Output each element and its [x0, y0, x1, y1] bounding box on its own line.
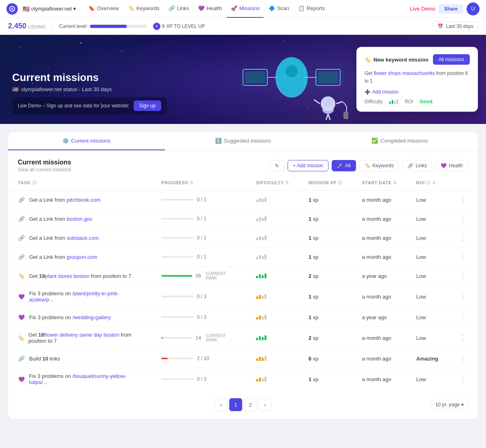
nav-missions[interactable]: 🚀Missions [227, 0, 264, 18]
roi-cell-7: Low [407, 327, 448, 349]
filter-all-label: All [345, 163, 350, 169]
xp-cell-0: 1 xp [299, 190, 352, 209]
keywords-filter-icon: 🏷️ [364, 163, 371, 169]
site-dropdown-icon: ▾ [73, 6, 76, 12]
diff-bar-4 [396, 99, 398, 104]
hero-demo-bar: Live Demo – Sign up and see data for you… [12, 97, 167, 114]
more-button-6[interactable]: ⋮ [458, 313, 468, 322]
filter-all-button[interactable]: 🚀 All [332, 160, 356, 171]
per-page-chevron: ▾ [461, 402, 464, 407]
col-task[interactable]: TASK ⓪ [8, 176, 151, 190]
task-link-4[interactable]: plant stores boston [45, 273, 90, 279]
task-link-0[interactable]: pitchbook.com [66, 197, 100, 203]
current-missions-tab-icon: ⚙️ [62, 138, 69, 144]
diff-bar-0-2 [262, 199, 264, 202]
nav-links[interactable]: 🔗Links [164, 0, 193, 18]
tab-suggested-missions[interactable]: ℹ️ Suggested missions [165, 132, 322, 150]
filter-keywords-button[interactable]: 🏷️ Keywords [359, 160, 399, 171]
avatar[interactable]: U [467, 2, 480, 15]
per-page-selector[interactable]: 10 pr. page ▾ [431, 400, 468, 410]
more-button-2[interactable]: ⋮ [458, 233, 468, 242]
diff-bar-8-2 [262, 358, 264, 361]
links-icon: 🔗 [168, 5, 175, 11]
live-demo-button[interactable]: Live Demo [410, 6, 435, 12]
nav-health[interactable]: 💜Health [194, 0, 226, 18]
prev-page-button[interactable]: ‹ [215, 398, 228, 411]
more-button-1[interactable]: ⋮ [458, 214, 468, 223]
missions-table: TASK ⓪ PROGRESS ⇅ DIFFICULTY ⇅ MISSION X… [8, 176, 478, 390]
level-label: Current level [59, 23, 87, 29]
hero-card-title: 🏷️ New keyword mission [364, 56, 428, 62]
col-roi[interactable]: ROI ⓪ ⇅ [407, 176, 448, 190]
diff-bar-1-0 [256, 219, 258, 221]
page-1-button[interactable]: 1 [229, 398, 242, 411]
table-row: 💜 Fix 3 problems on /wedding-gallery 0 /… [8, 308, 478, 327]
next-page-button[interactable]: › [258, 398, 271, 411]
table-header-row: TASK ⓪ PROGRESS ⇅ DIFFICULTY ⇅ MISSION X… [8, 176, 478, 190]
task-link-2[interactable]: substack.com [66, 235, 98, 241]
suggested-missions-tab-label: Suggested missions [224, 138, 271, 144]
nav-overview[interactable]: 🔖Overview [84, 0, 123, 18]
calendar-icon: 📅 [437, 23, 443, 29]
svg-point-25 [322, 106, 334, 114]
task-link-6[interactable]: /wedding-gallery [72, 314, 111, 320]
hero-card-keyword-link[interactable]: flower shops massachusetts [374, 70, 435, 76]
main-content: ⚙️ Current missions ℹ️ Suggested mission… [0, 124, 486, 427]
task-link-3[interactable]: groupon.com [66, 254, 97, 260]
diff-bar-9-0 [256, 379, 258, 382]
svg-rect-22 [318, 71, 338, 83]
nav-reports[interactable]: 📋Reports [294, 0, 329, 18]
date-range-button[interactable]: 📅 Last 30 days [433, 21, 478, 31]
nav-keywords[interactable]: 🏷️Keywords [124, 0, 164, 18]
diff-bar-6-2 [262, 316, 264, 320]
tab-completed-missions[interactable]: ✅ Completed missions [321, 132, 478, 150]
hero-signup-button[interactable]: Sign up [134, 100, 162, 111]
filter-links-button[interactable]: 🔗 Links [402, 160, 432, 171]
refresh-button[interactable]: ↻ [270, 160, 284, 171]
hero-add-mission-link[interactable]: ➕ Add mission [364, 89, 470, 95]
task-prefix-8: Build [29, 356, 43, 362]
task-link-7[interactable]: flower delivery same day boston [44, 332, 119, 338]
task-cell-1: 🔗 Get a Link from boston.gov [8, 209, 151, 228]
task-type-icon-0: 🔗 [18, 196, 25, 203]
hero-text: Current missions 🇺🇸 olympiaflower.net st… [12, 71, 167, 114]
task-suffix-8: links [48, 356, 60, 362]
xp-cell-1: 1 xp [299, 209, 352, 228]
task-cell-5: 💜 Fix 3 problems on /plant/pretty-in-pin… [8, 286, 151, 308]
svg-line-29 [328, 114, 330, 120]
share-button[interactable]: Share [439, 4, 463, 14]
more-button-4[interactable]: ⋮ [458, 271, 468, 280]
tab-current-missions[interactable]: ⚙️ Current missions [8, 132, 165, 150]
more-button-9[interactable]: ⋮ [458, 375, 468, 384]
task-prefix-0: Get a Link from [29, 197, 66, 203]
table-header: Current missions View all current missio… [8, 151, 478, 176]
xp-value: 9 [162, 23, 165, 29]
more-button-8[interactable]: ⋮ [458, 354, 468, 363]
task-link-1[interactable]: boston.gov [66, 216, 92, 222]
nav-scan-label: Scan [277, 5, 289, 11]
missions-tabs: ⚙️ Current missions ℹ️ Suggested mission… [8, 132, 478, 151]
difficulty-cell-4 [246, 267, 298, 286]
col-start-date[interactable]: START DATE ⇅ [352, 176, 407, 190]
task-suffix-7: to 7 [48, 338, 57, 344]
all-missions-button[interactable]: All missions [433, 54, 470, 65]
diff-bar-7-3 [264, 335, 266, 340]
col-xp[interactable]: MISSION XP ⓪ [299, 176, 352, 190]
site-selector[interactable]: 🇺🇸 olympiaflower.net ▾ [23, 6, 76, 12]
hero-difficulty-bars [389, 99, 398, 104]
date-cell-3: a month ago [352, 247, 407, 267]
nav-scan[interactable]: 🔷Scan [264, 0, 293, 18]
app-logo[interactable] [6, 3, 18, 15]
more-button-0[interactable]: ⋮ [458, 195, 468, 204]
task-bold-8: 10 [43, 356, 48, 362]
more-button-5[interactable]: ⋮ [458, 292, 468, 301]
diff-bar-1-3 [264, 216, 266, 221]
more-button-7[interactable]: ⋮ [458, 333, 468, 342]
diff-bar-1-2 [262, 218, 264, 221]
page-2-button[interactable]: 2 [244, 398, 257, 411]
more-button-3[interactable]: ⋮ [458, 252, 468, 261]
col-progress[interactable]: PROGRESS ⇅ [151, 176, 246, 190]
add-mission-button[interactable]: + Add mission [288, 160, 328, 171]
filter-health-button[interactable]: 💜 Health [435, 160, 468, 171]
col-difficulty[interactable]: DIFFICULTY ⇅ [246, 176, 298, 190]
